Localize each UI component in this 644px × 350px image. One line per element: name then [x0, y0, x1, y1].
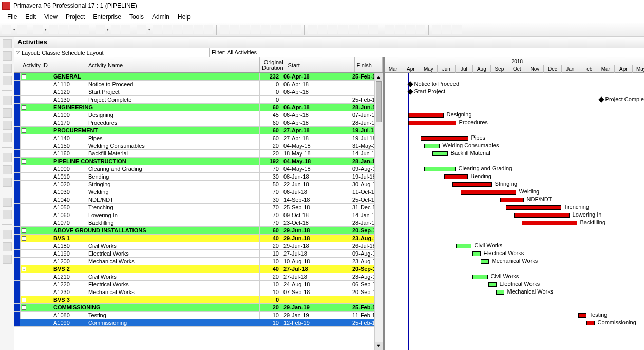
menu-help[interactable]: Help — [175, 12, 194, 22]
wbs-row[interactable]: -ENGINEERING6006-Apr-1828-Jun-18 — [14, 104, 383, 111]
zoom-in-icon[interactable] — [395, 25, 405, 34]
help1-icon[interactable] — [442, 25, 451, 34]
dropdown-arrow-icon[interactable]: ▾ — [12, 25, 16, 34]
cell-duration[interactable]: 0 — [260, 81, 281, 88]
refresh-icon[interactable] — [96, 25, 105, 34]
gantt-icon[interactable] — [153, 25, 162, 34]
gantt-bar[interactable] — [421, 136, 468, 141]
dropdown-arrow-icon[interactable]: ▾ — [147, 25, 151, 34]
gantt-bar[interactable] — [514, 213, 570, 218]
cell-start[interactable]: 14-Sep-18 — [281, 196, 350, 203]
collapse-icon[interactable]: - — [22, 105, 26, 110]
expand-cell[interactable]: - — [21, 158, 51, 165]
cell-start[interactable]: 27-Jul-18 — [281, 250, 350, 257]
cell-duration[interactable]: 60 — [260, 134, 281, 142]
cell-wbs-name[interactable]: COMMISSIONING — [51, 304, 260, 311]
cell-activity-name[interactable]: Welding Consumables — [86, 142, 260, 149]
cell-duration[interactable]: 45 — [260, 111, 281, 119]
wbs-row[interactable]: -BVS 14029-Jun-1823-Aug-18 — [14, 235, 383, 242]
cell-activity-id[interactable]: A1160 — [51, 150, 86, 157]
preview-icon[interactable] — [17, 25, 27, 34]
activity-row[interactable]: A1090Commissioning1012-Feb-1925-Feb-19 — [14, 319, 383, 327]
cell-activity-name[interactable]: Designing — [86, 111, 260, 119]
timescale-icon[interactable] — [271, 25, 280, 34]
apply-icon[interactable] — [359, 25, 368, 34]
activity-row[interactable]: A1040NDE/NDT3014-Sep-1825-Oct-18 — [14, 196, 383, 204]
cell-start[interactable]: 18-May-18 — [281, 150, 350, 157]
cell-start[interactable]: 25-Sep-18 — [281, 204, 350, 211]
expand-cell[interactable]: - — [21, 73, 51, 80]
cell-duration[interactable]: 30 — [260, 196, 281, 203]
cell-activity-name[interactable]: Notice to Proceed — [86, 81, 260, 88]
cell-duration[interactable]: 20 — [260, 273, 281, 280]
bars-icon[interactable] — [261, 25, 270, 34]
resource-icon[interactable] — [183, 25, 193, 34]
risks-icon[interactable] — [3, 133, 12, 142]
cell-activity-id[interactable]: A1020 — [51, 181, 86, 188]
activity-row[interactable]: A1000Clearing and Grading7004-May-1809-A… — [14, 165, 383, 173]
gantt-bar[interactable] — [432, 151, 448, 156]
cell-start[interactable] — [281, 96, 350, 103]
gantt-bar[interactable] — [481, 259, 489, 264]
vertical-scrollbar[interactable]: ▲ ▼ — [374, 73, 383, 350]
wbs-row[interactable]: -GENERAL23206-Apr-1825-Feb-19 — [14, 73, 383, 81]
cell-duration[interactable]: 60 — [260, 227, 281, 234]
docs-icon[interactable] — [3, 165, 12, 174]
table-icon[interactable] — [137, 25, 146, 34]
cell-activity-id[interactable]: A1070 — [51, 219, 86, 226]
dep-icon[interactable] — [328, 25, 337, 34]
gantt-bar[interactable] — [408, 121, 456, 125]
cell-activity-name[interactable]: Mechanical Works — [86, 288, 260, 296]
gantt-bar[interactable] — [586, 321, 595, 325]
cell-start[interactable]: 23-Oct-18 — [281, 219, 350, 226]
wbs-row[interactable]: +BVS 30 — [14, 296, 383, 304]
cell-start[interactable]: 24-Aug-18 — [281, 281, 350, 288]
gantt-chart[interactable]: 2018MarAprMayJunJulAugSepOctNovDecJanFeb… — [385, 57, 644, 350]
expand-cell[interactable]: - — [21, 235, 51, 242]
gantt-bar[interactable] — [472, 251, 481, 256]
activity-row[interactable]: A1110Notice to Proceed006-Apr-18 — [14, 81, 383, 88]
cell-activity-name[interactable]: Backfill Material — [86, 150, 260, 157]
cell-start[interactable]: 06-Apr-18 — [281, 111, 350, 119]
cell-wbs-name[interactable]: BVS 1 — [51, 235, 260, 242]
help2-icon[interactable] — [452, 25, 462, 34]
layout-icon[interactable] — [204, 25, 213, 34]
cell-start[interactable]: 29-Jun-18 — [281, 242, 350, 249]
collapse-icon[interactable]: - — [22, 128, 26, 133]
cell-duration[interactable]: 60 — [260, 127, 281, 134]
steps-icon[interactable] — [3, 198, 12, 207]
cell-duration[interactable]: 10 — [260, 312, 281, 319]
activity-row[interactable]: A1030Welding7006-Jul-1811-Oct-18 — [14, 188, 383, 196]
expand-icon[interactable]: + — [22, 298, 26, 302]
cell-duration[interactable]: 20 — [260, 142, 281, 149]
cell-activity-id[interactable]: A1150 — [51, 142, 86, 149]
activity-row[interactable]: A1050Trenching7025-Sep-1831-Dec-18 — [14, 204, 383, 211]
cell-activity-name[interactable]: Stringing — [86, 181, 260, 188]
col-original-duration[interactable]: Original Duration — [260, 57, 286, 72]
cell-activity-id[interactable]: A1180 — [51, 242, 86, 249]
activity-row[interactable]: A1210Civil Works2027-Jul-1823-Aug-18 — [14, 273, 383, 281]
cell-activity-id[interactable]: A1010 — [51, 173, 86, 180]
store-icon[interactable] — [338, 25, 348, 34]
spell-icon[interactable] — [111, 25, 120, 34]
scroll-down-arrow[interactable]: ▼ — [375, 342, 383, 350]
cell-start[interactable]: 29-Jun-18 — [281, 235, 350, 242]
activity-row[interactable]: A1160Backfill Material2018-May-1814-Jun-… — [14, 150, 383, 158]
progress-icon[interactable] — [281, 25, 291, 34]
wbs-row[interactable]: -ABOVE GROUND INSTALLATIONS6029-Jun-1820… — [14, 227, 383, 235]
commit-icon[interactable] — [349, 25, 358, 34]
cell-duration[interactable]: 192 — [260, 158, 281, 165]
cell-wbs-name[interactable]: PIPELINE CONSTRUCTION — [51, 158, 260, 165]
cell-start[interactable]: 22-Jun-18 — [281, 181, 350, 188]
cell-start[interactable]: 04-May-18 — [281, 165, 350, 172]
cell-activity-id[interactable]: A1030 — [51, 188, 86, 196]
col-activity-name[interactable]: Activity Name — [86, 57, 260, 72]
activity-row[interactable]: A1150Welding Consumables2004-May-1831-Ma… — [14, 142, 383, 150]
collapse-icon[interactable]: - — [22, 305, 26, 310]
activity-row[interactable]: A1230Mechanical Works1007-Sep-1820-Sep-1… — [14, 288, 383, 296]
codes-icon[interactable] — [3, 230, 12, 239]
activity-row[interactable]: A1220Electrical Works1024-Aug-1806-Sep-1… — [14, 281, 383, 288]
cell-duration[interactable]: 70 — [260, 204, 281, 211]
cell-activity-name[interactable]: Civil Works — [86, 273, 260, 280]
cell-duration[interactable]: 60 — [260, 104, 281, 111]
